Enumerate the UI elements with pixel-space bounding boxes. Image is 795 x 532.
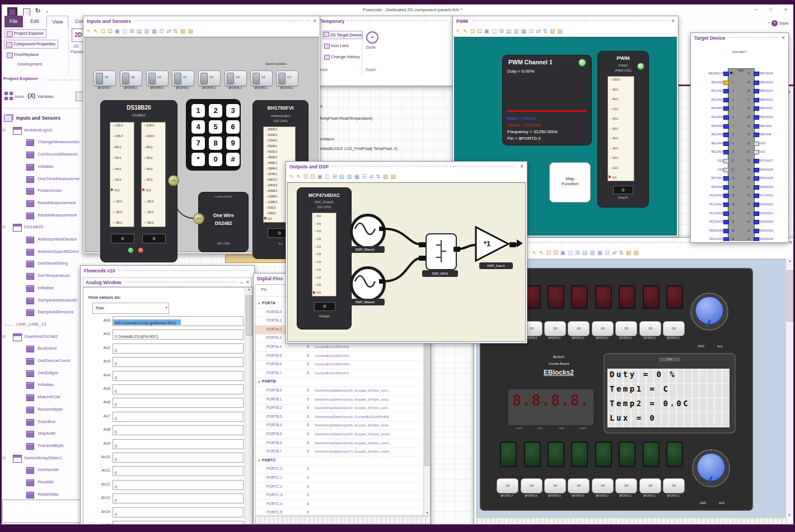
pin-pad[interactable] xyxy=(754,89,759,93)
toolbar-icon[interactable]: ⇅ xyxy=(619,250,624,256)
map-function-block[interactable]: Map Function xyxy=(549,162,591,203)
toolbar-icon[interactable]: ▧ xyxy=(383,174,388,180)
toolbar-icon[interactable]: ↖ xyxy=(289,174,294,180)
pin-pad[interactable] xyxy=(723,237,729,241)
digital-row[interactable]: PORTA.60ComboBL0114(PinA6) xyxy=(255,360,422,369)
dsp-wave2-component[interactable] xyxy=(350,266,386,302)
pin-pad[interactable] xyxy=(723,72,729,76)
porta-switch[interactable]: Off xyxy=(592,321,614,336)
inputs-canvas[interactable]: SwitchArraySlider1 Off$PORTB.7Off$PORTB.… xyxy=(85,37,319,252)
pin-pad[interactable] xyxy=(723,176,729,181)
analog-window-titlebar[interactable]: Analog Window – × xyxy=(83,277,252,287)
tree-item[interactable]: TransmitByte xyxy=(1,441,83,453)
analog-value-field[interactable]: 0 ComboBL0114(Pot ADC) xyxy=(113,329,244,340)
tree-item[interactable]: ⊟AmbientLight1 xyxy=(1,126,83,137)
digital-row[interactable]: PORTC.20 xyxy=(255,483,422,492)
close-icon[interactable]: × xyxy=(671,18,675,24)
save-icon[interactable] xyxy=(23,8,30,16)
refresh-icon[interactable]: ↻ xyxy=(35,7,40,15)
close-icon[interactable]: × xyxy=(246,280,249,285)
temperature-slider-1[interactable]: – 125.0– 105.0– 85.0– 65.0– 45.0– 25.0– … xyxy=(110,122,134,227)
find-replace-button[interactable]: Find/Replace xyxy=(4,50,41,59)
portd-switch[interactable]: Off xyxy=(544,478,566,493)
toolbar-icon[interactable]: ▣ xyxy=(317,174,322,180)
keypad-key-3[interactable]: 3 xyxy=(226,104,240,117)
slider-marker[interactable] xyxy=(264,216,267,220)
tree-item[interactable]: GetIDByte xyxy=(1,369,83,380)
portd-switch[interactable]: Off xyxy=(521,478,543,493)
toolbar-icon[interactable]: ☷ xyxy=(605,250,610,256)
flowcode-v10-titlebar[interactable]: Flowcode v10 xyxy=(81,266,254,275)
tree-item[interactable]: BusEvent xyxy=(1,344,83,355)
toolbar-icon[interactable]: ↖ xyxy=(456,29,461,34)
digital-row[interactable]: PORTB.60SwitchArraySlider1(pin6), keypad… xyxy=(255,439,422,448)
tree-item[interactable]: ContinuousMeasure xyxy=(1,150,83,161)
expander-icon[interactable]: ◢ xyxy=(258,301,260,304)
ldr-knob[interactable] xyxy=(692,449,730,487)
toolbar-icon[interactable]: ▨ xyxy=(633,250,638,256)
tree-item[interactable]: ⊟DS18B20 xyxy=(1,223,83,234)
toolbar-icon[interactable]: ◫ xyxy=(492,29,497,34)
close-icon[interactable]: × xyxy=(313,18,316,24)
tree-item[interactable]: ReadAll xyxy=(1,478,83,489)
toolbar-icon[interactable]: ⇅ xyxy=(543,29,548,34)
toolbar-icon[interactable]: ▤ xyxy=(582,250,587,256)
pin-column-header[interactable]: Pin xyxy=(261,288,266,291)
scroll-up-icon[interactable]: ▲ xyxy=(247,288,251,291)
toolbar-icon[interactable]: ▥ xyxy=(347,174,352,180)
variables-label[interactable]: Variables xyxy=(38,95,54,98)
toolbar-icon[interactable]: ⇅ xyxy=(376,174,381,180)
toolbar-icon[interactable]: ⇄ xyxy=(612,250,616,256)
toolbar-icon[interactable]: ▦ xyxy=(597,250,602,256)
pin-pad[interactable] xyxy=(754,220,759,224)
pin-pad[interactable] xyxy=(723,220,729,224)
toolbar-icon[interactable]: ⇄ xyxy=(536,29,540,34)
digital-row[interactable]: PORTC.50 xyxy=(255,509,422,516)
expander-icon[interactable]: ⊟ xyxy=(2,455,6,460)
pin-pad[interactable] xyxy=(723,106,729,111)
digital-row[interactable]: PORTB.40SwitchArraySlider1(pin4), keypad… xyxy=(255,421,422,430)
switch-lever[interactable] xyxy=(148,73,156,84)
style-menu[interactable]: Style xyxy=(779,21,789,26)
keypad-key-1[interactable]: 1 xyxy=(191,104,205,117)
tree-item[interactable]: Initialise xyxy=(1,162,83,173)
toggle-switch[interactable]: Off xyxy=(276,70,298,86)
pwm-window-titlebar[interactable]: PWM × xyxy=(453,16,678,26)
pin-pad[interactable] xyxy=(723,168,729,172)
toolbar-icon[interactable]: ▦ xyxy=(354,174,359,180)
tree-item[interactable]: PowerDown xyxy=(1,186,83,197)
analog-value-field[interactable]: 0 xyxy=(113,480,244,490)
digital-row[interactable]: PORTB.30SwitchArraySlider1(pin3), ComboB… xyxy=(255,413,422,422)
toggle-switch[interactable]: Off xyxy=(198,70,221,86)
onewire-bus-node[interactable]: 1Wire xyxy=(193,213,204,224)
toggle-switch[interactable]: Off xyxy=(146,70,169,86)
digital-row[interactable]: PORTB.20SwitchArraySlider1(pin2), keypad… xyxy=(255,404,422,413)
analog-value-field[interactable]: 0 xyxy=(113,412,244,422)
porta-switch[interactable]: Off xyxy=(663,321,685,336)
pin-pad[interactable] xyxy=(723,89,729,93)
porta-switch[interactable]: Off xyxy=(568,321,590,336)
pin-pad[interactable] xyxy=(754,185,759,190)
tree-item[interactable]: ReceiveByte xyxy=(1,405,83,416)
pwm-channel-component[interactable]: PWM Channel 1 Duty = 0.00% Mark = 0.00us… xyxy=(502,55,592,145)
porta-switch[interactable]: Off xyxy=(544,321,566,336)
expander-icon[interactable]: ⊟ xyxy=(2,334,6,339)
toolbar-icon[interactable]: ▥ xyxy=(513,29,518,34)
tree-item[interactable]: Inputs and Sensors xyxy=(1,114,83,125)
digital-row[interactable]: PORTA.50ComboBL0114(PinA5) xyxy=(255,352,422,361)
toolbar-icon[interactable]: ▧ xyxy=(550,29,555,34)
toolbar-icon[interactable]: ▤ xyxy=(339,174,344,180)
toolbar-icon[interactable]: ◫ xyxy=(122,29,127,34)
outputs-dsp-titlebar[interactable]: Outputs and DSP × xyxy=(286,162,527,171)
pin-pad[interactable] xyxy=(723,150,729,154)
pin-pad[interactable] xyxy=(754,115,759,120)
toolbar-icon[interactable]: ☷ xyxy=(529,29,534,34)
toolbar-icon[interactable]: ◫ xyxy=(568,250,573,256)
toolbar-icon[interactable]: ⊡ xyxy=(477,29,481,34)
toggle-switch[interactable]: Off xyxy=(93,70,116,86)
tree-item[interactable]: GetSerialString xyxy=(1,259,83,270)
pin-pad[interactable] xyxy=(723,211,729,216)
keypad-key-4[interactable]: 4 xyxy=(191,120,205,134)
analog-value-field[interactable]: 0 xyxy=(113,357,244,367)
toolbar-icon[interactable]: ⊞ xyxy=(129,29,134,34)
